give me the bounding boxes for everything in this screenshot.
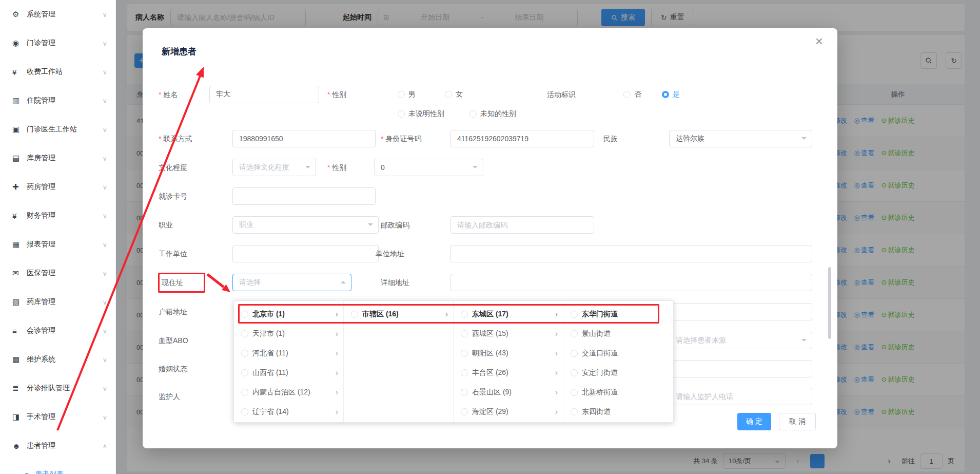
active-flag-radio-yes[interactable]: 是 <box>662 86 680 103</box>
radio-icon <box>461 330 468 337</box>
cascader-option[interactable]: 天津市 (1) › <box>234 324 343 344</box>
chevron-down-icon <box>102 270 107 277</box>
chevron-right-icon: › <box>555 388 558 397</box>
cascader-option[interactable]: 石景山区 (9) › <box>454 383 563 402</box>
chevron-down-icon <box>801 339 807 342</box>
radio-icon <box>571 408 578 415</box>
id-number-input[interactable] <box>450 130 594 147</box>
cascader-column-province: 北京市 (1) › 天津市 (1) › 河北省 (11) › 山西省 (11) … <box>234 301 344 422</box>
cascader-option[interactable]: 东四街道 › <box>563 402 673 422</box>
gender-radio-female[interactable]: 女 <box>445 86 463 103</box>
chevron-down-icon <box>102 126 107 134</box>
sidebar-item[interactable]: ✉ 医保管理 <box>0 259 115 288</box>
cascader-column-city: 市辖区 (16) › <box>344 301 454 422</box>
radio-icon <box>571 350 578 357</box>
cascader-option[interactable]: 丰台区 (26) › <box>454 363 563 383</box>
warehouse-icon: ▤ <box>12 154 25 163</box>
occupation-select[interactable]: 职业 <box>232 216 379 234</box>
sidebar-item[interactable]: ✚ 药房管理 <box>0 173 115 201</box>
cascader-column-district: 东城区 (17) › 西城区 (15) › 朝阳区 (43) › 丰台区 (26… <box>454 301 563 422</box>
chevron-down-icon <box>102 442 107 450</box>
gender-radio-unstated[interactable]: 未说明性别 <box>398 105 444 123</box>
modal-scrollbar-thumb[interactable] <box>828 267 831 339</box>
name-input[interactable] <box>209 86 319 103</box>
cascader-option[interactable]: 朝阳区 (43) › <box>454 344 563 363</box>
cascader-option[interactable]: 东华门街道 › <box>563 305 673 324</box>
maintenance-icon: ▩ <box>12 355 25 364</box>
sidebar-item[interactable]: ▧ 药库管理 <box>0 288 115 316</box>
postal-code-input[interactable] <box>450 216 594 234</box>
active-flag-radio-no[interactable]: 否 <box>623 86 641 103</box>
cancel-button[interactable]: 取 消 <box>779 413 816 430</box>
radio-icon <box>461 369 468 376</box>
cascader-option[interactable]: 海淀区 (29) › <box>454 402 563 422</box>
education-select[interactable]: 请选择文化程度 <box>232 159 316 176</box>
sidebar-item[interactable]: ⚙ 系统管理 <box>0 0 115 29</box>
chevron-down-icon <box>473 166 478 168</box>
chevron-down-icon <box>102 298 107 306</box>
cascader-option[interactable]: 安定门街道 › <box>563 363 673 383</box>
work-unit-label: 工作单位 <box>159 245 187 262</box>
chevron-down-icon <box>102 385 107 392</box>
sidebar-item[interactable]: ☻ 患者管理 <box>0 431 115 460</box>
cascader-option[interactable]: 辽宁省 (14) › <box>234 402 343 422</box>
chevron-right-icon: › <box>555 407 558 416</box>
patient-icon: ☻ <box>12 442 25 450</box>
sidebar-item[interactable]: ▩ 维护系统 <box>0 345 115 374</box>
cascader-option[interactable]: 河北省 (11) › <box>234 344 343 363</box>
drug-storage-icon: ▧ <box>12 297 25 307</box>
cascader-option[interactable]: 山西省 (11) › <box>234 363 343 383</box>
sidebar-item[interactable]: ▣ 门诊医生工作站 <box>0 115 115 144</box>
ethnicity-select[interactable]: 达斡尔族 <box>669 130 812 147</box>
sidebar-item[interactable]: ▦ 报表管理 <box>0 230 115 259</box>
cascader-option[interactable]: 东城区 (17) › <box>454 305 563 324</box>
close-icon[interactable]: × <box>812 31 826 51</box>
gear-icon: ⚙ <box>12 10 25 19</box>
sidebar-item[interactable]: ◉ 门诊管理 <box>0 29 115 58</box>
radio-icon <box>461 350 468 357</box>
sidebar-item[interactable]: ◨ 手术管理 <box>0 403 115 431</box>
sidebar-item[interactable]: ▤ 库房管理 <box>0 144 115 173</box>
radio-icon <box>461 311 468 318</box>
sidebar-menu: ⚙ 系统管理 ◉ 门诊管理 ¥ 收费工作站 ▥ 住院管理 ▣ 门诊医生工作站 ▤… <box>0 0 115 460</box>
chevron-right-icon: › <box>336 407 338 416</box>
sidebar-item-patient-list[interactable]: ☻ 患者列表 <box>0 460 115 474</box>
visit-card-input[interactable] <box>232 187 376 205</box>
inpatient-icon: ▥ <box>12 96 25 105</box>
sidebar-item[interactable]: ≣ 分诊排队管理 <box>0 374 115 403</box>
cascader-option[interactable]: 西城区 (15) › <box>454 324 563 344</box>
chevron-down-icon <box>102 327 107 335</box>
sidebar-item[interactable]: ▥ 住院管理 <box>0 86 115 115</box>
cascader-option[interactable]: 景山街道 › <box>563 324 673 344</box>
name-label: 姓名 <box>159 86 178 103</box>
surgery-icon: ◨ <box>12 412 25 422</box>
current-address-cascader-trigger[interactable]: 请选择 <box>232 274 351 291</box>
cascader-option[interactable]: 市辖区 (16) › <box>344 305 453 324</box>
visit-card-label: 就诊卡号 <box>159 187 187 205</box>
gender-radio-male[interactable]: 男 <box>398 86 416 103</box>
unit-address-input[interactable] <box>450 245 812 262</box>
fee-station-icon: ¥ <box>12 68 25 77</box>
triage-queue-icon: ≣ <box>12 384 25 393</box>
cascader-option[interactable]: 北新桥街道 › <box>563 383 673 402</box>
sidebar-item[interactable]: ¥ 收费工作站 <box>0 58 115 86</box>
patient-list-icon: ☻ <box>23 470 35 474</box>
cascader-option[interactable]: 北京市 (1) › <box>234 305 343 324</box>
cascader-option[interactable]: 交道口街道 › <box>563 344 673 363</box>
chevron-down-icon <box>305 166 310 168</box>
contact-input[interactable] <box>232 130 376 147</box>
work-unit-input[interactable] <box>232 245 379 262</box>
sidebar-item[interactable]: ¥ 财务管理 <box>0 201 115 230</box>
gender2-select[interactable]: 0 <box>374 159 483 176</box>
guardian-phone-input[interactable] <box>669 388 812 405</box>
chevron-right-icon: › <box>336 310 338 319</box>
chevron-down-icon <box>102 97 107 105</box>
detail-address-input[interactable] <box>450 274 812 291</box>
sidebar-item[interactable]: ≡ 会诊管理 <box>0 316 115 345</box>
outpatient-icon: ◉ <box>12 39 25 48</box>
cascader-option[interactable]: 内蒙古自治区 (12) › <box>234 383 343 402</box>
gender-radio-unknown[interactable]: 未知的性别 <box>469 105 516 123</box>
patient-source-select[interactable]: 请选择患者来源 <box>669 332 812 349</box>
guardian-label: 监护人 <box>159 388 180 405</box>
confirm-button[interactable]: 确 定 <box>737 413 771 430</box>
